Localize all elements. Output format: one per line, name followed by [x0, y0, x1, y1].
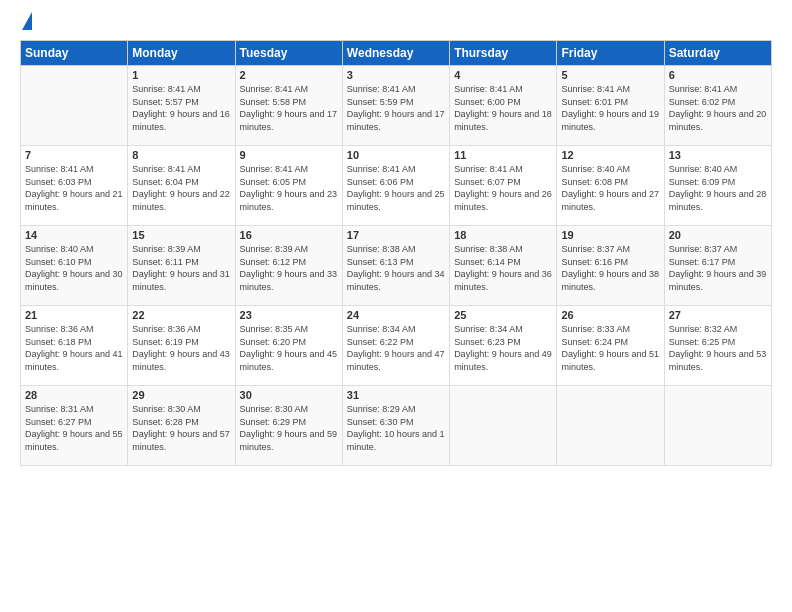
calendar-cell: 15Sunrise: 8:39 AMSunset: 6:11 PMDayligh… [128, 226, 235, 306]
day-number: 2 [240, 69, 338, 81]
calendar-cell: 20Sunrise: 8:37 AMSunset: 6:17 PMDayligh… [664, 226, 771, 306]
cell-details: Sunrise: 8:39 AMSunset: 6:12 PMDaylight:… [240, 243, 338, 293]
calendar-cell: 18Sunrise: 8:38 AMSunset: 6:14 PMDayligh… [450, 226, 557, 306]
calendar-cell: 19Sunrise: 8:37 AMSunset: 6:16 PMDayligh… [557, 226, 664, 306]
day-number: 1 [132, 69, 230, 81]
cell-details: Sunrise: 8:41 AMSunset: 5:57 PMDaylight:… [132, 83, 230, 133]
day-number: 3 [347, 69, 445, 81]
calendar-row-4: 21Sunrise: 8:36 AMSunset: 6:18 PMDayligh… [21, 306, 772, 386]
day-number: 9 [240, 149, 338, 161]
calendar-cell: 4Sunrise: 8:41 AMSunset: 6:00 PMDaylight… [450, 66, 557, 146]
cell-details: Sunrise: 8:38 AMSunset: 6:13 PMDaylight:… [347, 243, 445, 293]
column-header-monday: Monday [128, 41, 235, 66]
day-number: 12 [561, 149, 659, 161]
column-header-tuesday: Tuesday [235, 41, 342, 66]
cell-details: Sunrise: 8:37 AMSunset: 6:16 PMDaylight:… [561, 243, 659, 293]
day-number: 7 [25, 149, 123, 161]
cell-details: Sunrise: 8:36 AMSunset: 6:18 PMDaylight:… [25, 323, 123, 373]
cell-details: Sunrise: 8:40 AMSunset: 6:09 PMDaylight:… [669, 163, 767, 213]
cell-details: Sunrise: 8:38 AMSunset: 6:14 PMDaylight:… [454, 243, 552, 293]
cell-details: Sunrise: 8:35 AMSunset: 6:20 PMDaylight:… [240, 323, 338, 373]
cell-details: Sunrise: 8:41 AMSunset: 6:07 PMDaylight:… [454, 163, 552, 213]
calendar-row-2: 7Sunrise: 8:41 AMSunset: 6:03 PMDaylight… [21, 146, 772, 226]
calendar-cell: 30Sunrise: 8:30 AMSunset: 6:29 PMDayligh… [235, 386, 342, 466]
calendar-cell: 11Sunrise: 8:41 AMSunset: 6:07 PMDayligh… [450, 146, 557, 226]
day-number: 22 [132, 309, 230, 321]
calendar-cell: 9Sunrise: 8:41 AMSunset: 6:05 PMDaylight… [235, 146, 342, 226]
cell-details: Sunrise: 8:36 AMSunset: 6:19 PMDaylight:… [132, 323, 230, 373]
cell-details: Sunrise: 8:39 AMSunset: 6:11 PMDaylight:… [132, 243, 230, 293]
cell-details: Sunrise: 8:41 AMSunset: 5:59 PMDaylight:… [347, 83, 445, 133]
day-number: 16 [240, 229, 338, 241]
calendar-cell: 3Sunrise: 8:41 AMSunset: 5:59 PMDaylight… [342, 66, 449, 146]
calendar-cell: 7Sunrise: 8:41 AMSunset: 6:03 PMDaylight… [21, 146, 128, 226]
calendar-cell: 6Sunrise: 8:41 AMSunset: 6:02 PMDaylight… [664, 66, 771, 146]
day-number: 14 [25, 229, 123, 241]
calendar-row-5: 28Sunrise: 8:31 AMSunset: 6:27 PMDayligh… [21, 386, 772, 466]
day-number: 21 [25, 309, 123, 321]
calendar-cell: 23Sunrise: 8:35 AMSunset: 6:20 PMDayligh… [235, 306, 342, 386]
calendar-cell: 31Sunrise: 8:29 AMSunset: 6:30 PMDayligh… [342, 386, 449, 466]
day-number: 29 [132, 389, 230, 401]
calendar-cell: 24Sunrise: 8:34 AMSunset: 6:22 PMDayligh… [342, 306, 449, 386]
day-number: 25 [454, 309, 552, 321]
day-number: 17 [347, 229, 445, 241]
calendar-cell: 14Sunrise: 8:40 AMSunset: 6:10 PMDayligh… [21, 226, 128, 306]
column-header-wednesday: Wednesday [342, 41, 449, 66]
cell-details: Sunrise: 8:40 AMSunset: 6:08 PMDaylight:… [561, 163, 659, 213]
cell-details: Sunrise: 8:31 AMSunset: 6:27 PMDaylight:… [25, 403, 123, 453]
logo [20, 16, 32, 30]
calendar-cell: 13Sunrise: 8:40 AMSunset: 6:09 PMDayligh… [664, 146, 771, 226]
calendar-cell [557, 386, 664, 466]
cell-details: Sunrise: 8:32 AMSunset: 6:25 PMDaylight:… [669, 323, 767, 373]
cell-details: Sunrise: 8:34 AMSunset: 6:22 PMDaylight:… [347, 323, 445, 373]
calendar-cell: 10Sunrise: 8:41 AMSunset: 6:06 PMDayligh… [342, 146, 449, 226]
cell-details: Sunrise: 8:41 AMSunset: 6:03 PMDaylight:… [25, 163, 123, 213]
day-number: 13 [669, 149, 767, 161]
calendar-row-1: 1Sunrise: 8:41 AMSunset: 5:57 PMDaylight… [21, 66, 772, 146]
calendar-cell: 25Sunrise: 8:34 AMSunset: 6:23 PMDayligh… [450, 306, 557, 386]
day-number: 11 [454, 149, 552, 161]
day-number: 20 [669, 229, 767, 241]
cell-details: Sunrise: 8:30 AMSunset: 6:29 PMDaylight:… [240, 403, 338, 453]
cell-details: Sunrise: 8:41 AMSunset: 6:01 PMDaylight:… [561, 83, 659, 133]
calendar-cell: 17Sunrise: 8:38 AMSunset: 6:13 PMDayligh… [342, 226, 449, 306]
calendar-table: SundayMondayTuesdayWednesdayThursdayFrid… [20, 40, 772, 466]
cell-details: Sunrise: 8:41 AMSunset: 6:00 PMDaylight:… [454, 83, 552, 133]
logo-triangle-icon [22, 12, 32, 30]
cell-details: Sunrise: 8:41 AMSunset: 5:58 PMDaylight:… [240, 83, 338, 133]
cell-details: Sunrise: 8:41 AMSunset: 6:05 PMDaylight:… [240, 163, 338, 213]
day-number: 4 [454, 69, 552, 81]
calendar-cell: 2Sunrise: 8:41 AMSunset: 5:58 PMDaylight… [235, 66, 342, 146]
calendar-cell: 1Sunrise: 8:41 AMSunset: 5:57 PMDaylight… [128, 66, 235, 146]
cell-details: Sunrise: 8:40 AMSunset: 6:10 PMDaylight:… [25, 243, 123, 293]
calendar-cell: 26Sunrise: 8:33 AMSunset: 6:24 PMDayligh… [557, 306, 664, 386]
day-number: 10 [347, 149, 445, 161]
day-number: 18 [454, 229, 552, 241]
day-number: 6 [669, 69, 767, 81]
calendar-cell: 29Sunrise: 8:30 AMSunset: 6:28 PMDayligh… [128, 386, 235, 466]
cell-details: Sunrise: 8:37 AMSunset: 6:17 PMDaylight:… [669, 243, 767, 293]
calendar-cell: 16Sunrise: 8:39 AMSunset: 6:12 PMDayligh… [235, 226, 342, 306]
cell-details: Sunrise: 8:33 AMSunset: 6:24 PMDaylight:… [561, 323, 659, 373]
calendar-cell: 21Sunrise: 8:36 AMSunset: 6:18 PMDayligh… [21, 306, 128, 386]
day-number: 23 [240, 309, 338, 321]
calendar-cell: 8Sunrise: 8:41 AMSunset: 6:04 PMDaylight… [128, 146, 235, 226]
day-number: 24 [347, 309, 445, 321]
cell-details: Sunrise: 8:29 AMSunset: 6:30 PMDaylight:… [347, 403, 445, 453]
calendar-cell: 5Sunrise: 8:41 AMSunset: 6:01 PMDaylight… [557, 66, 664, 146]
cell-details: Sunrise: 8:41 AMSunset: 6:02 PMDaylight:… [669, 83, 767, 133]
cell-details: Sunrise: 8:41 AMSunset: 6:04 PMDaylight:… [132, 163, 230, 213]
calendar-cell [450, 386, 557, 466]
day-number: 26 [561, 309, 659, 321]
calendar-cell: 27Sunrise: 8:32 AMSunset: 6:25 PMDayligh… [664, 306, 771, 386]
page: SundayMondayTuesdayWednesdayThursdayFrid… [0, 0, 792, 612]
day-number: 28 [25, 389, 123, 401]
column-header-thursday: Thursday [450, 41, 557, 66]
calendar-header-row: SundayMondayTuesdayWednesdayThursdayFrid… [21, 41, 772, 66]
day-number: 15 [132, 229, 230, 241]
calendar-cell [21, 66, 128, 146]
column-header-sunday: Sunday [21, 41, 128, 66]
cell-details: Sunrise: 8:41 AMSunset: 6:06 PMDaylight:… [347, 163, 445, 213]
calendar-row-3: 14Sunrise: 8:40 AMSunset: 6:10 PMDayligh… [21, 226, 772, 306]
